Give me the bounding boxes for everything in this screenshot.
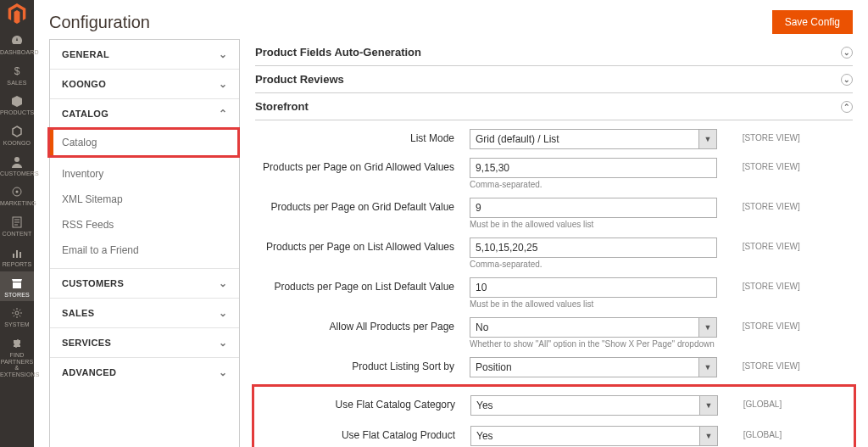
scope-label: [GLOBAL] <box>743 426 782 439</box>
box-icon <box>10 94 24 108</box>
config-group-advanced[interactable]: ADVANCED ⌄ <box>50 358 239 387</box>
chevron-down-icon: ⌄ <box>219 366 227 378</box>
label-grid-default: Products per Page on Grid Default Value <box>255 198 470 213</box>
select-allow-all[interactable] <box>470 317 717 338</box>
config-form: Product Fields Auto-Generation ⌄ Product… <box>255 39 853 447</box>
note-allow-all: Whether to show "All" option in the "Sho… <box>470 339 809 349</box>
config-item-email-to-friend[interactable]: Email to a Friend <box>50 237 239 263</box>
config-item-catalog[interactable]: Catalog <box>50 130 237 155</box>
scope-label: [STORE VIEW] <box>743 198 800 211</box>
note-list-default: Must be in the allowed values list <box>470 299 809 309</box>
config-group-sales[interactable]: SALES ⌄ <box>50 299 239 327</box>
config-group-customers[interactable]: CUSTOMERS ⌄ <box>50 269 239 298</box>
puzzle-icon <box>10 337 24 350</box>
svg-point-1 <box>14 157 19 162</box>
config-item-rss-feeds[interactable]: RSS Feeds <box>50 212 239 237</box>
page-title: Configuration <box>49 13 150 32</box>
config-nav: GENERAL ⌄ KOONGO ⌄ CATALOG ⌃ Catalog <box>49 39 240 447</box>
scope-label: [STORE VIEW] <box>743 237 800 251</box>
scope-label: [STORE VIEW] <box>743 277 800 291</box>
config-item-xml-sitemap[interactable]: XML Sitemap <box>50 187 239 212</box>
highlight-catalog-item: Catalog <box>47 127 240 158</box>
nav-products[interactable]: PRODUCTS <box>0 89 34 120</box>
config-group-services[interactable]: SERVICES ⌄ <box>50 328 239 357</box>
highlight-flat-catalog: Use Flat Catalog Category ▼ [GLOBAL] Use… <box>252 384 856 447</box>
label-list-default: Products per Page on List Default Value <box>255 277 470 293</box>
config-item-inventory[interactable]: Inventory <box>50 161 239 187</box>
nav-sales[interactable]: $ SALES <box>0 59 34 90</box>
nav-stores[interactable]: STORES <box>0 271 34 302</box>
svg-point-8 <box>15 311 19 315</box>
input-list-default[interactable] <box>470 277 717 298</box>
input-grid-allowed[interactable] <box>470 158 717 178</box>
target-icon <box>10 185 24 198</box>
magento-logo-icon <box>7 3 27 24</box>
label-grid-allowed: Products per Page on Grid Allowed Values <box>255 158 470 173</box>
scope-label: [STORE VIEW] <box>743 158 800 171</box>
svg-point-3 <box>16 191 19 193</box>
label-flat-product: Use Flat Catalog Product <box>256 426 470 441</box>
hexagon-icon <box>10 125 24 138</box>
collapse-icon[interactable]: ⌄ <box>841 74 853 86</box>
config-group-catalog[interactable]: CATALOG ⌃ <box>50 99 239 128</box>
person-icon <box>10 155 24 169</box>
section-auto-generation[interactable]: Product Fields Auto-Generation ⌄ <box>255 39 853 66</box>
label-flat-category: Use Flat Catalog Category <box>256 395 470 411</box>
nav-reports[interactable]: REPORTS <box>0 241 34 271</box>
bar-chart-icon <box>10 246 24 260</box>
input-grid-default[interactable] <box>470 198 717 218</box>
chevron-down-icon: ⌄ <box>219 307 227 319</box>
chevron-down-icon: ⌄ <box>219 78 227 90</box>
section-product-reviews[interactable]: Product Reviews ⌄ <box>255 66 853 93</box>
select-sort-by[interactable] <box>470 357 717 377</box>
config-group-koongo[interactable]: KOONGO ⌄ <box>50 70 239 98</box>
chevron-up-icon: ⌃ <box>219 108 227 120</box>
store-icon <box>10 277 24 290</box>
gauge-icon <box>10 34 24 47</box>
svg-text:$: $ <box>14 65 20 77</box>
nav-system[interactable]: SYSTEM <box>0 301 34 332</box>
nav-partners[interactable]: FIND PARTNERS & EXTENSIONS <box>0 332 34 382</box>
svg-rect-6 <box>16 250 18 258</box>
nav-dashboard[interactable]: DASHBOARD <box>0 29 34 59</box>
gear-icon <box>10 306 24 320</box>
collapse-icon[interactable]: ⌃ <box>841 101 853 113</box>
scope-label: [GLOBAL] <box>743 395 782 409</box>
svg-rect-7 <box>19 252 21 258</box>
label-list-mode: List Mode <box>255 129 470 144</box>
chevron-down-icon: ⌄ <box>219 337 227 349</box>
config-group-general[interactable]: GENERAL ⌄ <box>50 40 239 69</box>
select-flat-category[interactable] <box>470 395 718 416</box>
label-sort-by: Product Listing Sort by <box>255 357 470 372</box>
collapse-icon[interactable]: ⌄ <box>841 47 853 59</box>
svg-rect-5 <box>13 254 14 258</box>
chevron-down-icon: ⌄ <box>219 277 227 289</box>
dollar-icon: $ <box>10 64 24 78</box>
note-grid-allowed: Comma-separated. <box>470 180 809 189</box>
select-list-mode[interactable] <box>470 129 717 149</box>
nav-koongo[interactable]: KOONGO <box>0 120 34 150</box>
nav-content[interactable]: CONTENT <box>0 210 34 241</box>
save-config-button[interactable]: Save Config <box>772 10 853 34</box>
label-list-allowed: Products per Page on List Allowed Values <box>255 237 470 253</box>
scope-label: [STORE VIEW] <box>743 357 800 371</box>
note-list-allowed: Comma-separated. <box>470 260 809 269</box>
input-list-allowed[interactable] <box>470 237 717 258</box>
section-storefront[interactable]: Storefront ⌃ <box>255 93 853 120</box>
scope-label: [STORE VIEW] <box>743 129 800 142</box>
nav-marketing[interactable]: MARKETING <box>0 180 34 210</box>
chevron-down-icon: ⌄ <box>219 48 227 60</box>
scope-label: [STORE VIEW] <box>743 317 800 331</box>
select-flat-product[interactable] <box>470 426 718 446</box>
nav-customers[interactable]: CUSTOMERS <box>0 150 34 181</box>
document-icon <box>10 215 24 229</box>
label-allow-all: Allow All Products per Page <box>255 317 470 332</box>
admin-nav: DASHBOARD $ SALES PRODUCTS KOONGO CUSTOM… <box>0 0 34 447</box>
note-grid-default: Must be in the allowed values list <box>470 220 809 229</box>
